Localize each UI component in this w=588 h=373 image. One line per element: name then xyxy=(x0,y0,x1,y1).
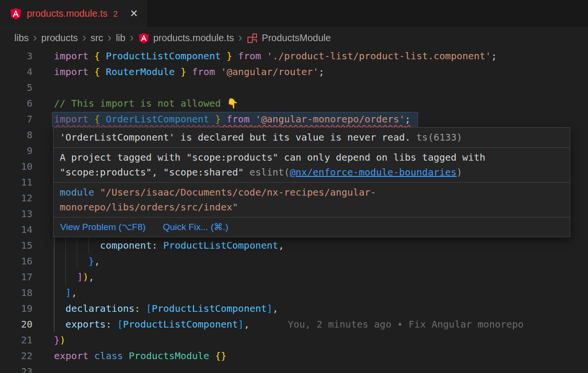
line-number[interactable]: 20 xyxy=(0,317,32,332)
code-text: // This import is not allowed 👇 xyxy=(54,98,238,109)
token-pun: , xyxy=(94,255,100,267)
breadcrumb-label: src xyxy=(90,33,103,44)
token-id: ProductListComponent xyxy=(106,50,221,62)
line-number[interactable]: 8 xyxy=(0,127,32,143)
code-text: import { RouterModule } from '@angular/r… xyxy=(54,66,324,77)
angular-icon xyxy=(10,8,22,20)
token-b1: } xyxy=(209,113,221,125)
line-number[interactable]: 19 xyxy=(0,301,32,317)
token-b3: [ xyxy=(117,318,123,330)
line-number[interactable]: 18 xyxy=(0,285,32,301)
code-line-20[interactable]: 20 exports: [ProductListComponent],You, … xyxy=(0,317,588,332)
breadcrumb-label: libs xyxy=(14,33,29,44)
code-line-5[interactable]: 5 xyxy=(0,80,588,96)
line-number[interactable]: 6 xyxy=(0,96,32,111)
code-line-23[interactable]: 23 xyxy=(0,364,588,373)
code-text: }, xyxy=(54,255,100,267)
code-line-15[interactable]: 15 component: ProductListComponent, xyxy=(0,238,588,253)
breadcrumb-item-products[interactable]: products xyxy=(41,33,78,44)
token-b3: ] xyxy=(238,318,244,330)
token-pun: : xyxy=(106,318,117,330)
hover-text: 'OrderListComponent' is declared but its… xyxy=(60,132,417,143)
token-b1: } xyxy=(221,50,232,62)
line-number[interactable]: 23 xyxy=(0,364,32,373)
line-number[interactable]: 3 xyxy=(0,48,32,64)
breadcrumb-label: products xyxy=(41,33,78,44)
line-number[interactable]: 9 xyxy=(0,143,32,159)
token-pun xyxy=(209,350,215,362)
eslint-rule-link[interactable]: @nx/enforce-module-boundaries xyxy=(290,166,457,178)
token-kw: from xyxy=(221,113,255,125)
breadcrumb-item-productsmodule[interactable]: ProductsModule xyxy=(246,33,331,44)
code-line-19[interactable]: 19 declarations: [ProductListComponent], xyxy=(0,301,588,317)
code-line-21[interactable]: 21}) xyxy=(0,332,588,348)
view-problem-action[interactable]: View Problem (⌥F8) xyxy=(60,221,146,233)
code-line-3[interactable]: 3import { ProductListComponent } from '.… xyxy=(0,48,588,64)
hover-text: ) xyxy=(457,166,462,178)
close-icon[interactable]: × xyxy=(130,7,138,20)
token-prop: component xyxy=(100,240,151,251)
tab-problems-badge: 2 xyxy=(113,9,118,19)
chevron-right-icon: › xyxy=(82,32,86,45)
code-line-6[interactable]: 6// This import is not allowed 👇 xyxy=(0,96,588,111)
token-kw: from xyxy=(186,66,221,77)
breadcrumb: libs›products›src›lib›products.module.ts… xyxy=(0,28,588,48)
quick-fix-action[interactable]: Quick Fix... (⌘.) xyxy=(163,221,228,233)
breadcrumb-item-libs[interactable]: libs xyxy=(14,33,29,44)
tab-products-module-ts[interactable]: products.module.ts 2 × xyxy=(0,0,147,27)
line-number[interactable]: 11 xyxy=(0,175,32,190)
line-number[interactable]: 12 xyxy=(0,190,32,206)
code-text: }) xyxy=(54,334,65,346)
ts-unused-diagnostic: 'OrderListComponent' is declared but its… xyxy=(53,128,570,148)
token-pun: : xyxy=(135,303,146,314)
code-editor[interactable]: 3import { ProductListComponent } from '.… xyxy=(0,48,588,373)
tab-bar: products.module.ts 2 × xyxy=(0,0,588,28)
code-line-16[interactable]: 16 }, xyxy=(0,253,588,269)
breadcrumb-label: lib xyxy=(116,33,125,44)
token-pun: , xyxy=(88,271,94,283)
token-com: // This import is not allowed xyxy=(54,98,226,109)
token-kw: export xyxy=(54,350,94,362)
token-pun: , xyxy=(71,287,77,298)
line-number[interactable]: 21 xyxy=(0,332,32,348)
line-number[interactable]: 14 xyxy=(0,222,32,238)
token-pun: ; xyxy=(491,50,497,62)
chevron-right-icon: › xyxy=(129,32,133,45)
line-number[interactable]: 10 xyxy=(0,159,32,175)
token-ws xyxy=(54,255,88,267)
line-number[interactable]: 7 xyxy=(0,111,32,127)
token-id: ProductListComponent xyxy=(163,240,278,251)
breadcrumb-item-products-module-ts[interactable]: products.module.ts xyxy=(138,33,234,44)
token-id: RouterModule xyxy=(106,66,175,77)
line-number[interactable]: 22 xyxy=(0,348,32,364)
hover-popup: 'OrderListComponent' is declared but its… xyxy=(53,127,570,237)
code-text: declarations: [ProductListComponent], xyxy=(54,303,278,314)
token-pun: , xyxy=(273,303,278,314)
token-b1: {} xyxy=(215,350,226,362)
code-text: exports: [ProductListComponent], xyxy=(54,318,249,330)
code-line-18[interactable]: 18 ], xyxy=(0,285,588,301)
line-number[interactable]: 13 xyxy=(0,206,32,222)
breadcrumb-item-src[interactable]: src xyxy=(90,33,103,44)
token-kw: import xyxy=(54,66,94,77)
line-number[interactable]: 15 xyxy=(0,238,32,253)
line-number[interactable]: 17 xyxy=(0,269,32,285)
token-id: ProductListComponent xyxy=(152,303,267,314)
line-number[interactable]: 16 xyxy=(0,253,32,269)
token-prop: exports xyxy=(65,318,106,330)
token-ws xyxy=(54,271,77,283)
code-line-7[interactable]: 7import { OrderListComponent } from '@an… xyxy=(0,111,588,127)
token-kw2: class xyxy=(94,350,128,362)
token-ws xyxy=(54,287,65,298)
code-line-17[interactable]: 17 ]), xyxy=(0,269,588,285)
token-id: OrderListComponent xyxy=(106,113,209,125)
token-pun: , xyxy=(244,318,249,330)
line-number[interactable]: 4 xyxy=(0,64,32,80)
token-b3: [ xyxy=(146,303,152,314)
code-text: ], xyxy=(54,287,77,298)
line-number[interactable]: 5 xyxy=(0,80,32,96)
breadcrumb-item-lib[interactable]: lib xyxy=(116,33,125,44)
code-line-4[interactable]: 4import { RouterModule } from '@angular/… xyxy=(0,64,588,80)
code-line-22[interactable]: 22export class ProductsModule {} xyxy=(0,348,588,364)
token-b1: ) xyxy=(83,271,88,283)
